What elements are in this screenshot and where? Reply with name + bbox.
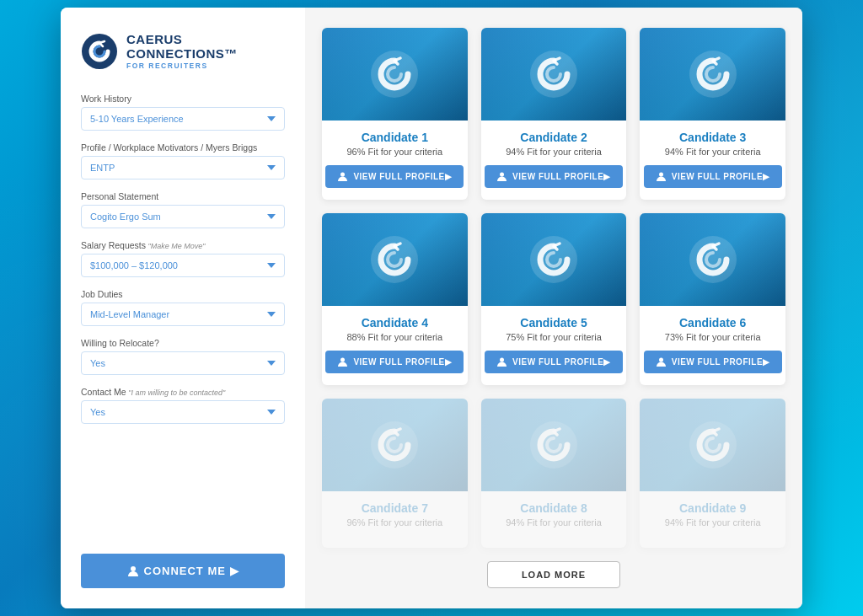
filter-label-4: Job Duties xyxy=(81,289,285,299)
svg-point-13 xyxy=(659,358,663,362)
filter-group-1: Profile / Workplace Motivators / Myers B… xyxy=(81,142,285,179)
candidate-logo-2 xyxy=(528,49,579,99)
card-image-3 xyxy=(640,28,785,121)
load-more-area: LOAD MORE xyxy=(322,548,785,592)
candidate-fit-5: 75% Fit for your criteria xyxy=(506,332,602,342)
filter-group-0: Work History5-10 Years Experience0-2 Yea… xyxy=(81,94,285,131)
candidate-name-9: Candidate 9 xyxy=(679,501,746,515)
card-body-4: Candidate 4 88% Fit for your criteria VI… xyxy=(322,306,468,385)
profile-icon-6 xyxy=(656,356,667,367)
profile-icon-4 xyxy=(337,356,348,367)
svg-point-6 xyxy=(689,51,737,98)
logo-text-area: CAERUS CONNECTIONS™ FOR RECRUITERS xyxy=(126,33,238,70)
candidate-fit-3: 94% Fit for your criteria xyxy=(665,147,761,157)
view-profile-button-3[interactable]: VIEW FULL PROFILE▶ xyxy=(644,165,782,188)
svg-point-0 xyxy=(82,34,117,69)
candidate-name-3: Candidate 3 xyxy=(679,131,746,144)
filter-select-1[interactable]: ENTPINTJENFPISTP xyxy=(81,156,285,179)
candidate-card-4: Candidate 4 88% Fit for your criteria VI… xyxy=(322,213,468,385)
card-image-7 xyxy=(322,399,468,491)
candidate-logo-9 xyxy=(688,420,738,470)
svg-point-16 xyxy=(689,421,737,469)
candidate-fit-6: 73% Fit for your criteria xyxy=(665,332,761,342)
sidebar-filters: Work History5-10 Years Experience0-2 Yea… xyxy=(81,94,285,436)
sidebar: CAERUS CONNECTIONS™ FOR RECRUITERS Work … xyxy=(61,8,305,608)
main-content: Candidate 1 96% Fit for your criteria VI… xyxy=(305,8,802,608)
candidate-logo-5 xyxy=(528,234,579,285)
candidate-card-9: Candidate 9 94% Fit for your criteria xyxy=(640,399,785,548)
candidate-name-7: Candidate 7 xyxy=(362,501,428,515)
filter-label-5: Willing to Relocate? xyxy=(81,338,285,348)
profile-icon-2 xyxy=(496,171,507,182)
filter-label-2: Personal Statement xyxy=(81,191,285,201)
view-profile-button-6[interactable]: VIEW FULL PROFILE▶ xyxy=(644,351,782,373)
logo-title: CAERUS CONNECTIONS™ xyxy=(126,33,238,61)
candidate-logo-3 xyxy=(688,49,738,99)
logo-subtitle: FOR RECRUITERS xyxy=(126,62,238,70)
filter-select-3[interactable]: $100,000 – $120,000$80,000 – $100,000$12… xyxy=(81,254,285,277)
card-image-1 xyxy=(322,28,468,121)
candidate-logo-1 xyxy=(369,49,420,99)
svg-point-15 xyxy=(530,421,577,469)
filter-group-2: Personal StatementCogito Ergo SumOther xyxy=(81,191,285,228)
svg-point-8 xyxy=(371,236,418,283)
profile-icon-1 xyxy=(337,171,348,182)
card-body-7: Candidate 7 96% Fit for your criteria xyxy=(322,491,468,548)
card-image-2 xyxy=(481,28,627,121)
filter-select-4[interactable]: Mid-Level ManagerEntry LevelSenior Manag… xyxy=(81,303,285,326)
connect-me-button[interactable]: CONNECT ME ▶ xyxy=(81,554,285,588)
filter-select-0[interactable]: 5-10 Years Experience0-2 Years Experienc… xyxy=(81,107,285,131)
profile-icon-5 xyxy=(496,356,507,367)
profile-icon-3 xyxy=(656,171,667,182)
candidate-card-2: Candidate 2 94% Fit for your criteria VI… xyxy=(481,28,627,200)
caerus-logo-icon xyxy=(81,33,118,70)
view-profile-button-2[interactable]: VIEW FULL PROFILE▶ xyxy=(485,165,623,188)
candidate-card-1: Candidate 1 96% Fit for your criteria VI… xyxy=(322,28,468,200)
filter-select-2[interactable]: Cogito Ergo SumOther xyxy=(81,205,285,228)
card-body-2: Candidate 2 94% Fit for your criteria VI… xyxy=(481,121,627,200)
filter-group-5: Willing to Relocate?YesNo xyxy=(81,338,285,375)
candidate-card-3: Candidate 3 94% Fit for your criteria VI… xyxy=(640,28,785,200)
main-container: CAERUS CONNECTIONS™ FOR RECRUITERS Work … xyxy=(61,8,802,608)
card-body-9: Candidate 9 94% Fit for your criteria xyxy=(640,491,785,548)
candidate-fit-2: 94% Fit for your criteria xyxy=(506,147,602,157)
svg-point-10 xyxy=(530,236,577,283)
card-image-5 xyxy=(481,213,627,306)
card-image-6 xyxy=(640,213,785,306)
filter-group-4: Job DutiesMid-Level ManagerEntry LevelSe… xyxy=(81,289,285,326)
view-profile-button-5[interactable]: VIEW FULL PROFILE▶ xyxy=(485,351,623,373)
candidate-card-6: Candidate 6 73% Fit for your criteria VI… xyxy=(640,213,785,385)
view-profile-button-4[interactable]: VIEW FULL PROFILE▶ xyxy=(325,351,464,373)
candidate-name-2: Candidate 2 xyxy=(520,131,587,144)
connect-button-label: CONNECT ME ▶ xyxy=(144,565,239,577)
candidate-fit-8: 94% Fit for your criteria xyxy=(506,517,602,528)
card-image-4 xyxy=(322,213,468,306)
candidate-name-6: Candidate 6 xyxy=(679,316,746,329)
filter-label-3: Salary Requests "Make Me Move" xyxy=(81,240,285,250)
view-profile-button-1[interactable]: VIEW FULL PROFILE▶ xyxy=(325,165,464,188)
candidate-card-7: Candidate 7 96% Fit for your criteria xyxy=(322,399,468,548)
card-body-5: Candidate 5 75% Fit for your criteria VI… xyxy=(481,306,627,385)
candidate-logo-6 xyxy=(688,234,738,285)
candidate-fit-7: 96% Fit for your criteria xyxy=(346,517,442,528)
candidate-fit-1: 96% Fit for your criteria xyxy=(346,147,442,157)
filter-select-5[interactable]: YesNo xyxy=(81,351,285,375)
svg-point-2 xyxy=(371,51,418,98)
candidate-fit-4: 88% Fit for your criteria xyxy=(346,332,442,342)
logo-area: CAERUS CONNECTIONS™ FOR RECRUITERS xyxy=(81,33,285,70)
load-more-button[interactable]: LOAD MORE xyxy=(487,561,620,588)
filter-group-3: Salary Requests "Make Me Move"$100,000 –… xyxy=(81,240,285,277)
candidate-logo-4 xyxy=(369,234,420,285)
card-image-9 xyxy=(640,399,785,491)
candidate-card-5: Candidate 5 75% Fit for your criteria VI… xyxy=(481,213,627,385)
svg-point-4 xyxy=(530,51,577,98)
svg-point-5 xyxy=(500,173,504,177)
svg-point-11 xyxy=(500,358,504,362)
filter-label-1: Profile / Workplace Motivators / Myers B… xyxy=(81,142,285,153)
candidate-logo-8 xyxy=(528,420,579,470)
svg-point-14 xyxy=(371,421,418,469)
svg-point-12 xyxy=(689,236,737,283)
svg-point-1 xyxy=(131,566,136,571)
candidate-name-4: Candidate 4 xyxy=(362,316,428,329)
filter-select-6[interactable]: YesNo xyxy=(81,400,285,424)
